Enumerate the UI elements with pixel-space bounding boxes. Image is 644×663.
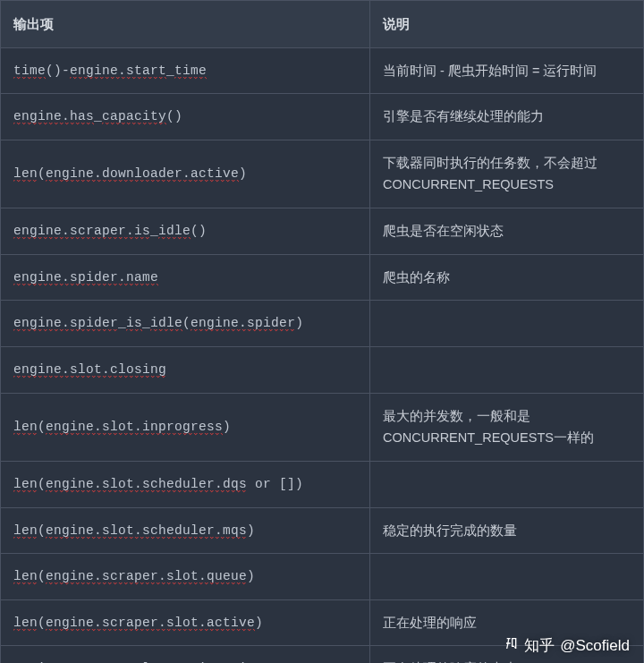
watermark-handle: @Scofield xyxy=(560,637,630,655)
code-expression: engine.spider_is_idle(engine.spider) xyxy=(13,312,303,335)
cell-output-item: time()-engine.start_time xyxy=(1,48,370,95)
code-expression: engine.slot.closing xyxy=(13,359,166,381)
table-row: engine.spider.name爬虫的名称 xyxy=(1,255,644,302)
code-expression: time()-engine.start_time xyxy=(13,60,207,82)
code-expression: engine.has_capacity() xyxy=(13,106,182,128)
watermark-brand: 知乎 xyxy=(524,635,555,656)
cell-output-item: len(engine.scraper.slot.active) xyxy=(1,600,370,647)
table-row: len(engine.downloader.active)下载器同时执行的任务数… xyxy=(1,140,644,208)
cell-description: 引擎是否有继续处理的能力 xyxy=(370,94,644,140)
table-row: engine.slot.closing xyxy=(1,347,644,394)
cell-description xyxy=(370,462,644,508)
code-expression: engine.spider.name xyxy=(13,267,158,289)
cell-output-item: len(engine.slot.scheduler.dqs or []) xyxy=(1,462,370,508)
code-expression: len(engine.slot.scheduler.mqs) xyxy=(13,520,255,542)
cell-output-item: engine.spider.name xyxy=(1,255,370,302)
zhihu-icon xyxy=(504,636,519,655)
header-output-item: 输出项 xyxy=(1,1,370,48)
code-expression: len(engine.slot.inprogress) xyxy=(13,416,231,438)
table-header-row: 输出项 说明 xyxy=(1,1,644,48)
table-row: len(engine.slot.inprogress)最大的并发数，一般和是CO… xyxy=(1,394,644,462)
code-expression: len(engine.slot.scheduler.dqs or []) xyxy=(13,473,303,496)
cell-description: 当前时间 - 爬虫开始时间 = 运行时间 xyxy=(370,48,644,95)
cell-output-item: engine.scraper.is_idle() xyxy=(1,208,370,255)
cell-output-item: engine.scraper.slot.active_size xyxy=(1,646,370,663)
table-row: engine.scraper.is_idle()爬虫是否在空闲状态 xyxy=(1,208,644,255)
table-row: len(engine.slot.scheduler.mqs)稳定的执行完成的数量 xyxy=(1,508,644,555)
data-table: 输出项 说明 time()-engine.start_time当前时间 - 爬虫… xyxy=(0,0,644,663)
watermark: 知乎 @Scofield xyxy=(504,635,630,656)
table-row: len(engine.scraper.slot.queue) xyxy=(1,554,644,600)
cell-output-item: len(engine.downloader.active) xyxy=(1,140,370,208)
code-expression: len(engine.downloader.active) xyxy=(13,163,247,185)
cell-description xyxy=(370,301,644,347)
table-row: time()-engine.start_time当前时间 - 爬虫开始时间 = … xyxy=(1,48,644,95)
cell-description: 最大的并发数，一般和是CONCURRENT_REQUESTS一样的 xyxy=(370,394,644,462)
cell-description: 下载器同时执行的任务数，不会超过CONCURRENT_REQUESTS xyxy=(370,140,644,208)
table-row: engine.spider_is_idle(engine.spider) xyxy=(1,301,644,347)
cell-description xyxy=(370,554,644,600)
cell-description xyxy=(370,347,644,394)
cell-description: 爬虫的名称 xyxy=(370,255,644,302)
cell-output-item: engine.spider_is_idle(engine.spider) xyxy=(1,301,370,347)
cell-output-item: engine.slot.closing xyxy=(1,347,370,394)
cell-description: 爬虫是否在空闲状态 xyxy=(370,208,644,255)
cell-output-item: engine.has_capacity() xyxy=(1,94,370,140)
code-expression: engine.scraper.slot.active_size xyxy=(13,658,263,663)
cell-output-item: len(engine.scraper.slot.queue) xyxy=(1,554,370,600)
cell-output-item: len(engine.slot.inprogress) xyxy=(1,394,370,462)
code-expression: len(engine.scraper.slot.queue) xyxy=(13,565,255,588)
code-expression: len(engine.scraper.slot.active) xyxy=(13,612,263,634)
table-row: engine.has_capacity()引擎是否有继续处理的能力 xyxy=(1,94,644,140)
code-expression: engine.scraper.is_idle() xyxy=(13,220,207,242)
cell-description: 稳定的执行完成的数量 xyxy=(370,508,644,555)
header-description: 说明 xyxy=(370,1,644,48)
table-row: len(engine.slot.scheduler.dqs or []) xyxy=(1,462,644,508)
cell-output-item: len(engine.slot.scheduler.mqs) xyxy=(1,508,370,555)
